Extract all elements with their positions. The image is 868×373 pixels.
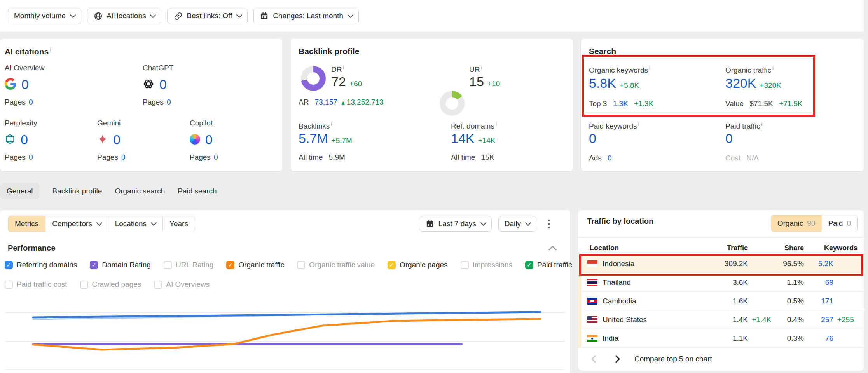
ai-citation-count[interactable]: 0	[159, 77, 167, 92]
info-icon[interactable]: i	[331, 121, 332, 127]
pages-count[interactable]: 0	[214, 153, 218, 161]
location-row-thailand[interactable]: Thailand3.6K1.1%69	[578, 273, 864, 292]
perplexity-icon	[5, 134, 16, 146]
ai-citation-count[interactable]: 0	[21, 77, 29, 92]
location-row-india[interactable]: India1.1K0.3%76	[578, 329, 864, 348]
compare-top5-link[interactable]: Compare top 5 on chart	[634, 355, 712, 363]
paid-traffic-value[interactable]: 0	[725, 131, 733, 146]
organic-traffic-value[interactable]: 320K	[725, 76, 756, 91]
unchecked-checkbox-icon	[461, 261, 469, 269]
keywords-cell[interactable]: 257	[804, 315, 833, 324]
metric-checkbox-organic-traffic[interactable]: ✓Organic traffic	[226, 261, 284, 269]
backlinks-alltime: All time 5.9M	[299, 153, 345, 162]
organic-keywords-value[interactable]: 5.8K	[589, 76, 616, 91]
ref-domains-value[interactable]: 14K	[451, 131, 475, 146]
filter-button-changes-last-month[interactable]: Changes: Last month	[253, 9, 359, 23]
ads-value[interactable]: 0	[608, 154, 612, 162]
segment-locations[interactable]: Locations	[108, 216, 162, 232]
metrics-segmented-control: MetricsCompetitorsLocationsYears	[8, 216, 195, 232]
info-icon[interactable]: i	[481, 64, 482, 70]
backlinks-value[interactable]: 5.7M	[299, 131, 328, 146]
globe-icon	[93, 11, 103, 21]
paid-traffic-label: Paid traffici	[725, 121, 762, 131]
metric-checkbox-label: Organic traffic	[238, 261, 284, 269]
organic-traffic-delta: +320K	[760, 81, 781, 90]
performance-line-chart[interactable]	[0, 303, 570, 373]
ai-citation-count[interactable]: 0	[205, 132, 213, 147]
metric-checkbox-crawled-pages[interactable]: Crawled pages	[80, 280, 141, 289]
col-keywords[interactable]: Keywords	[804, 244, 861, 252]
tab-paid-search[interactable]: Paid search	[178, 183, 217, 199]
collapse-section-icon[interactable]	[548, 246, 557, 254]
ar-value[interactable]: 73,157	[315, 98, 337, 106]
location-row-united-states[interactable]: United States1.4K+1.4K0.4%257+255	[578, 310, 864, 329]
info-icon[interactable]: i	[649, 65, 650, 71]
next-page-icon[interactable]	[612, 355, 620, 363]
filter-button-best-links-off[interactable]: Best links: Off	[167, 9, 248, 23]
date-range-button[interactable]: Last 7 days	[419, 216, 492, 232]
info-icon[interactable]: i	[638, 121, 639, 127]
ai-source-name: ChatGPT	[143, 64, 232, 72]
col-share[interactable]: Share	[770, 244, 804, 252]
chevron-down-icon	[150, 12, 156, 18]
filter-button-all-locations[interactable]: All locations	[87, 9, 161, 23]
id-flag-icon	[587, 260, 597, 267]
location-row-cambodia[interactable]: Cambodia1.6K0.5%171	[578, 292, 864, 310]
info-icon[interactable]: i	[50, 47, 51, 52]
prev-page-icon[interactable]	[591, 355, 599, 363]
info-icon[interactable]: i	[772, 65, 774, 71]
chevron-down-icon	[70, 12, 76, 18]
pages-label: Pages	[190, 153, 211, 161]
metric-checkbox-label: Paid traffic	[537, 261, 572, 269]
ai-citations-card: AI citationsi AI Overview0Pages0ChatGPT0…	[0, 39, 282, 171]
chevron-down-icon	[348, 12, 354, 18]
segment-metrics[interactable]: Metrics	[8, 216, 45, 232]
location-cell: Thailand	[581, 278, 703, 287]
pages-count[interactable]: 0	[167, 98, 171, 106]
tab-general[interactable]: General	[0, 183, 40, 199]
metric-checkbox-url-rating[interactable]: URL Rating	[164, 261, 214, 269]
metric-checkbox-organic-traffic-value[interactable]: Organic traffic value	[297, 261, 375, 269]
more-options-button[interactable]	[546, 217, 552, 231]
segment-years[interactable]: Years	[162, 216, 195, 232]
metric-checkbox-organic-pages[interactable]: ✓Organic pages	[388, 261, 448, 269]
info-icon[interactable]: i	[343, 64, 344, 70]
ur-value-row: 15 +10	[469, 75, 500, 89]
toggle-count: 90	[807, 219, 815, 228]
col-location[interactable]: Location	[590, 244, 703, 252]
metric-checkbox-domain-rating[interactable]: ✓Domain Rating	[90, 261, 151, 269]
granularity-button[interactable]: Daily	[498, 216, 536, 232]
location-row-indonesia[interactable]: Indonesia309.2K96.5%5.2K	[578, 254, 864, 273]
location-cell: India	[581, 334, 703, 343]
toggle-paid[interactable]: Paid0	[821, 215, 857, 232]
filter-button-monthly-volume[interactable]: Monthly volume	[8, 9, 81, 23]
metric-checkbox-paid-traffic-cost[interactable]: Paid traffic cost	[5, 280, 67, 289]
top3-value[interactable]: 1.3K	[613, 99, 628, 108]
segment-competitors[interactable]: Competitors	[45, 216, 108, 232]
us-flag-icon	[587, 316, 597, 323]
metric-checkbox-impressions[interactable]: Impressions	[461, 261, 512, 269]
metric-checkbox-referring-domains[interactable]: ✓Referring domains	[5, 261, 77, 269]
paid-keywords-value[interactable]: 0	[589, 131, 596, 146]
tab-organic-search[interactable]: Organic search	[115, 183, 165, 199]
info-icon[interactable]: i	[496, 121, 497, 127]
tab-backlink-profile[interactable]: Backlink profile	[52, 183, 102, 199]
keywords-cell[interactable]: 171	[804, 297, 833, 305]
pages-count[interactable]: 0	[29, 153, 33, 161]
pages-count[interactable]: 0	[121, 153, 126, 161]
metric-checkbox-paid-traffic[interactable]: ✓Paid traffic	[525, 261, 572, 269]
toggle-organic[interactable]: Organic90	[771, 215, 822, 232]
keywords-cell[interactable]: 5.2K	[804, 260, 833, 268]
info-icon[interactable]: i	[761, 121, 762, 127]
pages-count[interactable]: 0	[29, 98, 33, 106]
traffic-by-location-card: Traffic by location Organic90Paid0 Locat…	[578, 210, 864, 371]
col-traffic[interactable]: Traffic	[703, 244, 748, 252]
keywords-cell[interactable]: 69	[804, 278, 833, 287]
ai-citation-count[interactable]: 0	[113, 132, 121, 147]
metric-checkbox-label: Organic pages	[400, 261, 448, 269]
google-icon	[5, 78, 16, 91]
keywords-cell[interactable]: 76	[804, 334, 833, 343]
ai-pages-row: Pages0	[5, 153, 94, 162]
ai-citation-count[interactable]: 0	[21, 132, 28, 147]
metric-checkbox-ai-overviews[interactable]: AI Overviews	[154, 280, 210, 289]
